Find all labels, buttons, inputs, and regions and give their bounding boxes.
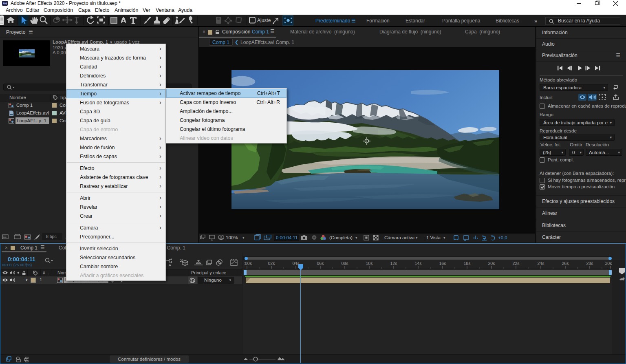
svg-text:22s: 22s xyxy=(513,261,520,266)
svg-text:26s: 26s xyxy=(562,261,569,266)
svg-text:10s: 10s xyxy=(366,261,373,266)
svg-text:20s: 20s xyxy=(488,261,495,266)
svg-text:30s: 30s xyxy=(605,261,612,266)
svg-text:06s: 06s xyxy=(317,261,324,266)
svg-text:08s: 08s xyxy=(342,261,348,266)
svg-text:02s: 02s xyxy=(268,261,275,266)
svg-text:28s: 28s xyxy=(586,261,593,266)
svg-text:12s: 12s xyxy=(390,261,397,266)
svg-text:14s: 14s xyxy=(415,261,422,266)
svg-text::00s: :00s xyxy=(244,261,252,266)
svg-text:24s: 24s xyxy=(538,261,544,266)
svg-text:18s: 18s xyxy=(464,261,471,266)
svg-text:16s: 16s xyxy=(439,261,446,266)
